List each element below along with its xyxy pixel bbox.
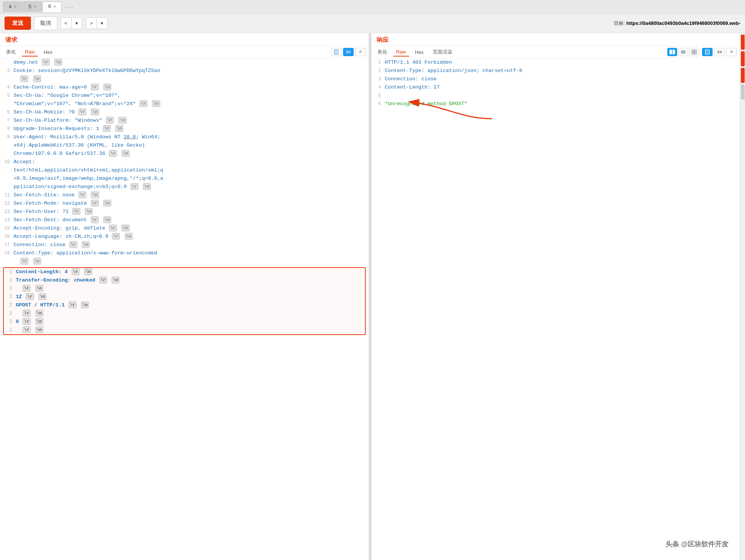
cancel-button[interactable]: 取消 [34, 17, 57, 30]
table-row: 15 Accept-Encoding: gzip, deflate \r \n [0, 224, 369, 233]
request-pane-title: 请求 [0, 33, 369, 46]
table-row: 3 Cookie: session=QzVYMKlSkYDPeXTklGwGPD… [0, 67, 369, 75]
response-pane: 响应 美化 Raw Hex 页面渲染 [371, 33, 740, 560]
response-view-pagerender[interactable]: 页面渲染 [430, 47, 455, 57]
table-row: 2 Transfer-Encoding: chunked \r \n [4, 276, 365, 285]
table-row: \r \n [0, 75, 369, 83]
svg-rect-9 [692, 50, 694, 52]
request-view-prettify[interactable]: 美化 [3, 47, 19, 57]
response-view-split-icon[interactable] [667, 48, 677, 56]
response-pane-toolbar: 美化 Raw Hex 页面渲染 [371, 46, 740, 58]
tab-4[interactable]: 4 × [3, 2, 22, 12]
response-toolbar-icons: ln ≡ [667, 48, 737, 56]
response-view-grid-icon[interactable] [689, 48, 699, 56]
main-content: 请求 美化 Raw Hex ln [0, 33, 745, 560]
response-view-prettify[interactable]: 美化 [374, 47, 390, 57]
nav-next-dropdown[interactable]: ▾ [97, 17, 107, 29]
response-menu-icon[interactable]: ≡ [726, 48, 737, 56]
request-ln-icon[interactable]: ln [343, 48, 354, 56]
table-row: x64) AppleWebKit/537.36 (KHTML, like Gec… [0, 141, 369, 150]
tab-5-label: 5 [28, 4, 31, 10]
table-row: 7 Sec-Ch-Ua-Platform: "Windows" \r \n [0, 116, 369, 125]
tab-6-label: 6 [48, 4, 51, 9]
response-code-area[interactable]: 1 HTTP/1.1 403 Forbidden 2 Content-Type:… [371, 58, 740, 560]
svg-rect-11 [692, 52, 694, 54]
svg-rect-10 [694, 50, 696, 52]
table-row: 2 \r \n [4, 309, 365, 318]
send-button[interactable]: 发送 [5, 17, 31, 30]
request-code-area[interactable]: demy.net \r \n 3 Cookie: session=QzVYMKl… [0, 58, 369, 560]
request-toolbar-icons: ln ≡ [331, 48, 366, 56]
indicator-3 [741, 68, 745, 83]
table-row: 9 User-Agent: Mozilla/5.0 (Windows NT 10… [0, 133, 369, 141]
table-row: 2 GPOST / HTTP/1.1 \r \n [4, 301, 365, 309]
svg-rect-4 [670, 50, 672, 54]
indicator-1 [741, 35, 745, 50]
table-row: text/html,application/xhtml+xml,applicat… [0, 166, 369, 174]
request-pane-toolbar: 美化 Raw Hex ln [0, 46, 369, 58]
table-row: 2 Content-Type: application/json; charse… [371, 67, 740, 75]
response-view-raw[interactable]: Raw [393, 48, 409, 57]
table-row: 12 Sec-Fetch-Mode: navigate \r \n [0, 199, 369, 208]
watermark: 头条 @区块软件开发 [665, 540, 728, 549]
response-doc-icon[interactable] [702, 48, 713, 56]
table-row: 2 0 \r \n [4, 318, 365, 326]
table-row: 4 Content-Length: 27 [371, 83, 740, 92]
response-view-list-icon[interactable] [678, 48, 688, 56]
table-row: 2 \r \n [4, 326, 365, 334]
response-line-6: 6 "Unrecognized method GPOST" [371, 100, 740, 108]
indicator-4 [741, 84, 745, 99]
table-row: 11 Sec-Fetch-Site: none \r \n [0, 191, 369, 199]
tab-5[interactable]: 5 × [23, 2, 41, 12]
table-row: 6 Sec-Ch-Ua-Mobile: ?0 \r \n [0, 108, 369, 116]
table-row: demy.net \r \n [0, 58, 369, 67]
nav-prev-button[interactable]: < [60, 17, 72, 29]
table-row: 16 Accept-Language: zh-CN,zh;q=0.9 \r \n [0, 233, 369, 241]
svg-rect-5 [673, 50, 675, 54]
tab-4-label: 4 [9, 4, 12, 10]
request-view-hex[interactable]: Hex [41, 48, 55, 56]
request-menu-icon[interactable]: ≡ [355, 48, 366, 56]
table-row: 4 Cache-Control: max-age=0 \r \n [0, 83, 369, 92]
indicator-2 [741, 51, 745, 66]
request-doc-icon[interactable] [331, 48, 342, 56]
tab-more[interactable]: ... [62, 3, 77, 11]
tab-5-close[interactable]: × [34, 5, 36, 9]
table-row: 5 Sec-Ch-Ua: "Google Chrome";v="107", [0, 92, 369, 100]
table-row: pplication/signed-exchange;v=b3;q=0.9 \r… [0, 183, 369, 191]
request-pane: 请求 美化 Raw Hex ln [0, 33, 369, 560]
right-panel-indicators [740, 33, 745, 560]
target-url-display: 目标: https://0a4800ac0493b0a4c19f9468003f… [614, 20, 740, 27]
table-row: =0.9,image/avif,image/webp,image/apng,*/… [0, 174, 369, 183]
table-row: 2 1Z \r \n [4, 293, 365, 301]
response-pane-title: 响应 [371, 33, 740, 46]
tab-6-close[interactable]: × [54, 5, 56, 9]
nav-next-button[interactable]: > [86, 17, 97, 29]
table-row: 17 Connection: close \r \n [0, 241, 369, 249]
table-row: 18 Content-Type: application/x-www-form-… [0, 249, 369, 257]
target-url-value: https://0a4800ac0493b0a4c19f9468003f0069… [626, 20, 740, 26]
table-row: 5 [371, 92, 740, 100]
table-row: 1 Content-Length: 4 \r \n [4, 268, 365, 276]
table-row: 14 Sec-Fetch-Dest: document \r \n [0, 216, 369, 224]
table-row: \r \n [0, 257, 369, 266]
table-row: 10 Accept: [0, 158, 369, 166]
toolbar: 发送 取消 < ▾ > ▾ 目标: https://0a4800ac0493b0… [0, 14, 745, 33]
svg-rect-12 [694, 52, 696, 54]
response-view-hex[interactable]: Hex [412, 48, 427, 56]
table-row: Chrome/107.0.0.0 Safari/537.36 \r \n [0, 150, 369, 158]
tab-6[interactable]: 6 × [43, 2, 61, 12]
tab-4-close[interactable]: × [14, 5, 17, 9]
table-row: "Chromium";v="107", "Not=A?Brand";v="24"… [0, 100, 369, 108]
table-row: 8 Upgrade-Insecure-Requests: 1 \r \n [0, 125, 369, 133]
tab-bar: 4 × 5 × 6 × ... [0, 0, 745, 14]
nav-prev-dropdown[interactable]: ▾ [72, 17, 82, 29]
table-row: 13 Sec-Fetch-User: ?1 \r \n [0, 208, 369, 216]
response-ln-icon[interactable]: ln [714, 48, 725, 56]
table-row: 1 HTTP/1.1 403 Forbidden [371, 58, 740, 67]
request-view-raw[interactable]: Raw [22, 48, 38, 57]
table-row: 3 Connection: close [371, 75, 740, 83]
nav-prev-group: < ▾ [60, 17, 82, 29]
table-row: 2 \r \n [4, 285, 365, 293]
nav-next-group: > ▾ [86, 17, 108, 29]
